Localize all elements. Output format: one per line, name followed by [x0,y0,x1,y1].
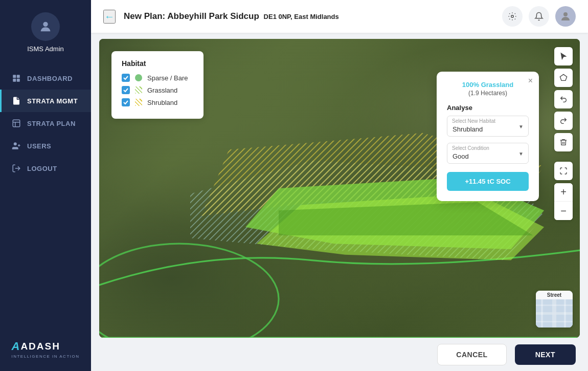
habitat-title: Habitat [122,59,193,68]
settings-button[interactable] [502,6,523,27]
cancel-button[interactable]: CANCEL [437,344,506,365]
svg-rect-25 [541,299,543,328]
svg-rect-5 [13,120,20,127]
svg-point-0 [43,22,48,27]
analyse-button[interactable]: +11.45 tC SOC [447,172,529,191]
popup-close-button[interactable]: × [528,77,533,85]
sidebar-item-logout-label: LOGOUT [27,165,57,172]
header: ← New Plan: Abbeyhill Park Sidcup DE1 0N… [91,0,588,33]
footer: CANCEL NEXT [91,338,588,371]
main-content: ← New Plan: Abbeyhill Park Sidcup DE1 0N… [91,0,588,371]
street-map-bg [536,299,573,328]
habitat-label-grassland: Grassland [147,86,177,94]
habitat-checkbox-sparse[interactable] [122,74,130,82]
popup-header-sub: (1.9 Hectares) [447,90,529,97]
sidebar-item-logout[interactable]: LOGOUT [0,157,91,180]
habitat-label-sparse: Sparse / Bare [147,74,188,82]
cursor-tool-button[interactable] [554,47,573,66]
sidebar-item-strata-plan-label: STRATA PLAN [27,120,76,127]
avatar [31,12,60,41]
notifications-button[interactable] [529,6,549,27]
habitat-label-shrubland: Shrubland [147,99,177,106]
svg-marker-21 [560,74,567,80]
svg-rect-4 [17,79,20,82]
plan-name: Abbeyhill Park Sidcup [167,11,259,21]
svg-rect-24 [552,299,556,328]
svg-rect-27 [536,304,573,306]
logo-text: ADASH [20,341,60,352]
habitat-item-shrubland: Shrubland [122,98,193,106]
header-icons [502,6,576,27]
sidebar-item-strata-mgmt[interactable]: STRATA MGMT [0,90,91,112]
redo-button[interactable] [554,112,573,130]
polygon-tool-button[interactable] [554,69,573,87]
sidebar-item-dashboard-label: DASHBOARD [27,75,73,82]
zoom-in-button[interactable]: + [554,183,573,202]
logo-sub: INTELLIGENCE IN ACTION [11,354,79,359]
map-container[interactable]: Habitat Sparse / Bare Grassland [99,39,580,338]
habitat-item-grassland: Grassland [122,86,193,94]
sidebar-item-strata-plan[interactable]: STRATA PLAN [0,112,91,135]
sidebar-nav: DASHBOARD STRATA MGMT STRATA PLAN [0,67,91,332]
next-button[interactable]: NEXT [515,344,576,365]
expand-button[interactable] [554,162,573,180]
sidebar-logo: A ADASH INTELLIGENCE IN ACTION [11,332,79,363]
habitat-legend: Habitat Sparse / Bare Grassland [111,51,203,119]
zoom-out-button[interactable]: − [554,202,573,220]
sidebar-item-users-label: USERS [27,142,51,150]
page-title: New Plan: Abbeyhill Park Sidcup DE1 0NP,… [124,11,339,21]
analyse-popup: × 100% Grassland (1.9 Hectares) Analyse … [437,72,539,201]
zoom-controls: + − [554,183,573,220]
svg-point-10 [511,15,514,18]
svg-rect-26 [564,299,566,328]
sidebar-item-dashboard[interactable]: DASHBOARD [0,67,91,90]
svg-point-8 [14,142,17,145]
plan-code: DE1 0NP, East Midlands [264,13,339,20]
svg-rect-1 [13,75,16,78]
popup-header-label: 100% Grassland [447,81,529,89]
condition-wrapper: Select Condition Good Fair Poor Excellen… [447,143,529,164]
condition-label: Select Condition [452,145,489,151]
delete-button[interactable] [554,133,573,151]
habitat-dot-sparse [135,74,142,81]
sidebar: ISMS Admin DASHBOARD STRATA MGMT [0,0,91,371]
habitat-checkbox-grassland[interactable] [122,86,130,94]
habitat-item-sparse: Sparse / Bare [122,74,193,82]
popup-section-label: Analyse [447,104,529,112]
user-avatar [555,6,576,27]
back-button[interactable]: ← [103,10,116,24]
svg-rect-2 [17,75,20,78]
new-habitat-wrapper: Select New Habitat Shrubland Grassland S… [447,116,529,137]
svg-rect-3 [13,79,16,82]
habitat-swatch-shrubland [135,99,142,106]
sidebar-item-users[interactable]: USERS [0,135,91,157]
sidebar-item-strata-mgmt-label: STRATA MGMT [27,97,78,105]
new-habitat-label: Select New Habitat [452,118,495,124]
habitat-swatch-grassland [135,86,142,94]
svg-point-11 [563,12,568,16]
street-map-thumbnail[interactable]: Street [536,291,573,328]
sidebar-username: ISMS Admin [27,45,64,53]
svg-rect-28 [536,321,573,322]
habitat-checkbox-shrubland[interactable] [122,98,130,106]
street-label: Street [536,291,573,299]
plan-prefix: New Plan: [124,11,167,21]
undo-button[interactable] [554,90,573,108]
map-controls: + − [554,47,573,220]
